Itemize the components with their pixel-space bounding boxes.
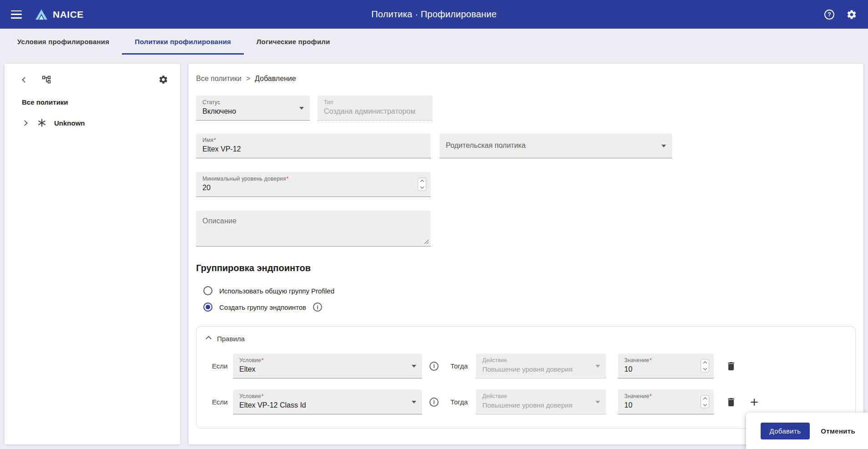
rule-action-select: Действие Повышение уровня доверия: [476, 389, 606, 414]
rule-value-label: Значение*: [624, 357, 707, 363]
type-placeholder: Создана администратором: [324, 107, 426, 116]
breadcrumb-separator-icon: >: [246, 75, 250, 83]
rule-action-value: Повышение уровня доверия: [482, 365, 600, 373]
tree-root-label[interactable]: Все политики: [22, 98, 180, 106]
spinner-up-icon[interactable]: [703, 397, 707, 401]
dropdown-arrow-icon: [299, 107, 304, 110]
add-rule-icon[interactable]: [748, 396, 760, 408]
rule-action-label: Действие: [482, 393, 600, 399]
expand-chevron-icon[interactable]: [22, 120, 28, 126]
menu-icon[interactable]: [11, 10, 22, 19]
brand-name: NAICE: [53, 9, 84, 20]
rule-if-label: Если: [212, 362, 230, 370]
tree-item-label: Unknown: [54, 119, 85, 127]
breadcrumb-current: Добавление: [255, 75, 296, 83]
number-spinner[interactable]: [701, 359, 709, 373]
tree-item-unknown[interactable]: Unknown: [23, 118, 180, 128]
radio-create-group-label: Создать группу эндпоинтов: [219, 303, 306, 311]
status-label: Статус: [202, 99, 303, 106]
spinner-down-icon[interactable]: [420, 185, 424, 188]
dropdown-arrow-icon: [412, 401, 416, 404]
rule-if-label: Если: [212, 398, 230, 406]
help-icon[interactable]: ?: [824, 10, 834, 20]
rule-condition-select[interactable]: Условие* Eltex: [233, 353, 422, 378]
number-spinner[interactable]: [701, 395, 709, 409]
rule-condition-select[interactable]: Условие* Eltex VP-12 Class Id: [233, 389, 422, 414]
rule-condition-value: Eltex VP-12 Class Id: [239, 401, 416, 409]
parent-policy-select[interactable]: Родительская политика: [439, 133, 672, 158]
brand[interactable]: NAICE: [35, 9, 84, 20]
rule-row: Если Условие* Eltex VP-12 Class Id i Тог…: [207, 389, 845, 414]
row-status-type: Статус Включено Тип Создана администрато…: [196, 96, 856, 121]
radio-unchecked-icon[interactable]: [203, 286, 212, 295]
radio-use-profiled-group[interactable]: Использовать общую группу Profiled: [203, 286, 856, 295]
delete-rule-icon[interactable]: [726, 361, 737, 372]
row-description: Описание: [196, 211, 856, 247]
min-trust-input[interactable]: Минимальный уровень доверия* 20: [196, 172, 431, 197]
rule-condition-value: Eltex: [239, 365, 416, 373]
min-trust-value: 20: [202, 184, 424, 192]
resize-handle-icon[interactable]: [424, 239, 429, 244]
rule-action-label: Действие: [482, 357, 600, 363]
delete-rule-icon[interactable]: [726, 397, 737, 408]
breadcrumb-parent[interactable]: Все политики: [196, 75, 242, 83]
radio-checked-icon[interactable]: [203, 303, 212, 312]
collapse-panel-chevron-icon[interactable]: [22, 77, 28, 83]
rule-then-label: Тогда: [450, 362, 468, 370]
type-field: Тип Создана администратором: [318, 96, 433, 121]
rule-row: Если Условие* Eltex i Тогда Действие Пов…: [207, 353, 845, 378]
spinner-down-icon[interactable]: [703, 366, 707, 370]
number-spinner[interactable]: [418, 178, 426, 191]
spinner-up-icon[interactable]: [420, 180, 424, 183]
radio-create-endpoint-group[interactable]: Создать группу эндпоинтов i: [203, 303, 856, 312]
tree-toolbar: [5, 64, 180, 85]
status-select[interactable]: Статус Включено: [196, 96, 310, 121]
rule-action-select: Действие Повышение уровня доверия: [476, 353, 606, 378]
info-icon[interactable]: i: [429, 398, 439, 407]
cancel-button[interactable]: Отменить: [821, 427, 855, 435]
dropdown-arrow-icon: [412, 365, 416, 368]
rule-condition-label: Условие*: [239, 357, 416, 363]
rule-then-label: Тогда: [450, 398, 468, 406]
dropdown-arrow-icon: [595, 365, 600, 368]
rules-title: Правила: [217, 335, 245, 343]
appbar-actions: ?: [824, 9, 857, 20]
submit-button[interactable]: Добавить: [761, 423, 810, 439]
policy-tree-panel: Все политики Unknown: [5, 64, 180, 444]
rule-value-input[interactable]: Значение* 10: [618, 353, 714, 378]
tab-logical-profiles[interactable]: Логические профили: [244, 29, 343, 55]
tree-view-icon[interactable]: [41, 75, 51, 85]
dropdown-arrow-icon: [661, 145, 666, 147]
min-trust-label: Минимальный уровень доверия*: [202, 176, 424, 182]
spinner-up-icon[interactable]: [703, 361, 707, 365]
description-textarea[interactable]: Описание: [196, 211, 431, 247]
row-name-parent: Имя* Eltex VP-12 Родительская политика: [196, 133, 856, 158]
policy-form-panel: Все политики > Добавление Статус Включен…: [188, 64, 863, 444]
row-min-trust: Минимальный уровень доверия* 20: [196, 172, 856, 197]
tab-profiling-policies[interactable]: Политики профилирования: [122, 29, 244, 55]
collapse-rules-chevron-icon[interactable]: [206, 336, 212, 342]
rules-header[interactable]: Правила: [207, 335, 845, 343]
page-title: Политика · Профилирование: [0, 9, 868, 20]
policy-hub-icon: [37, 118, 47, 128]
name-value: Eltex VP-12: [202, 145, 424, 153]
breadcrumb: Все политики > Добавление: [196, 75, 856, 83]
tree-settings-gear-icon[interactable]: [158, 75, 168, 85]
radio-use-profiled-label: Использовать общую группу Profiled: [219, 287, 334, 295]
rule-action-value: Повышение уровня доверия: [482, 401, 600, 409]
settings-gear-icon[interactable]: [846, 9, 857, 20]
dropdown-arrow-icon: [595, 401, 600, 404]
name-field[interactable]: Имя* Eltex VP-12: [196, 133, 431, 158]
rule-value-input[interactable]: Значение* 10: [618, 389, 714, 414]
status-value: Включено: [202, 107, 303, 116]
endpoint-grouping-title: Группировка эндпоинтов: [196, 263, 856, 273]
content: Все политики Unknown Все политики > Д: [5, 64, 863, 444]
form-actions: Добавить Отменить: [746, 413, 868, 449]
tab-profiling-conditions[interactable]: Условия профилирования: [5, 29, 122, 55]
spinner-down-icon[interactable]: [703, 402, 707, 406]
naice-logo-icon: [35, 9, 48, 20]
rule-value-label: Значение*: [624, 393, 707, 399]
rule-condition-label: Условие*: [239, 393, 416, 399]
info-icon[interactable]: i: [313, 303, 322, 312]
info-icon[interactable]: i: [429, 362, 439, 371]
